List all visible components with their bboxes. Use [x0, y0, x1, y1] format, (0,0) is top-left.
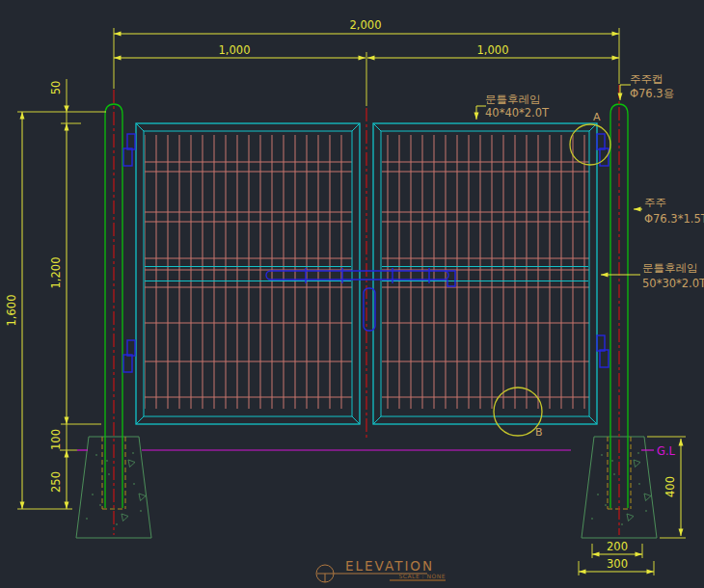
- label-post-2: Φ76.3*1.5T: [644, 212, 704, 226]
- drawing-title: ELEVATION: [345, 558, 434, 574]
- elevation-drawing: G.L A: [0, 0, 704, 588]
- mesh-panel-right: [382, 135, 589, 409]
- title-block: ELEVATION SCALE : NONE: [316, 558, 446, 582]
- drawing-scale-note: SCALE : NONE: [398, 573, 446, 579]
- dim-half-width-right: 1,000: [477, 43, 509, 57]
- dim-ground-clearance: 100: [49, 429, 63, 450]
- dim-half-width-left: 1,000: [219, 43, 251, 57]
- label-post-cap-1: 주주캡: [630, 72, 663, 86]
- dim-footing-bottom-width: 300: [607, 557, 628, 571]
- hinge-bottom-right: [597, 335, 609, 367]
- dim-cap-offset: 50: [49, 81, 63, 95]
- hinge-bottom-left: [123, 340, 135, 372]
- dim-total-height: 1,600: [5, 295, 18, 327]
- dim-total-width: 2,000: [350, 18, 382, 32]
- label-post-1: 주주: [644, 196, 666, 209]
- detail-b-label: B: [535, 426, 543, 439]
- detail-a-label: A: [593, 111, 601, 123]
- label-mid-frame-1: 문틀후레임: [642, 261, 698, 275]
- dim-embed-depth: 250: [49, 471, 63, 493]
- dim-footing-height: 400: [663, 476, 677, 497]
- label-mid-frame-2: 50*30*2.0T: [642, 277, 704, 290]
- cad-viewport: G.L A: [0, 0, 704, 588]
- dim-footing-top-width: 200: [607, 540, 628, 553]
- label-top-frame-1: 문틀후레임: [485, 93, 541, 106]
- ground-level-label: G.L: [657, 444, 676, 458]
- dim-gate-height: 1,200: [49, 257, 63, 289]
- label-post-cap-2: Φ76.3용: [630, 87, 674, 100]
- hinge-top-left: [123, 134, 135, 166]
- label-top-frame-2: 40*40*2.0T: [485, 106, 550, 120]
- mesh-panel-left: [145, 135, 352, 409]
